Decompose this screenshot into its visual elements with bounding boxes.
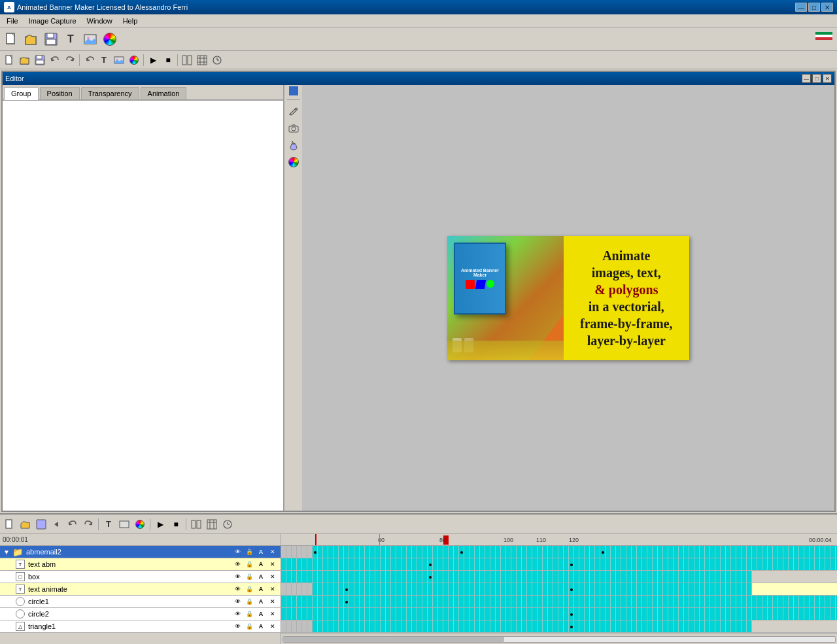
undo2-button[interactable] (48, 53, 62, 67)
image-button[interactable] (81, 30, 99, 48)
color-button[interactable] (101, 30, 119, 48)
tl-open-button[interactable] (18, 517, 33, 532)
anim-btn-text-animate[interactable]: A (256, 584, 266, 594)
pencil-tool[interactable] (286, 104, 301, 118)
del-btn-triangle1[interactable]: ✕ (267, 621, 278, 632)
del-btn-circle1[interactable]: ✕ (267, 596, 278, 607)
frame-cell (799, 546, 804, 558)
new-sm-button[interactable] (3, 53, 17, 67)
tl-new-button[interactable] (3, 517, 17, 532)
save-sm-button[interactable] (33, 53, 47, 67)
tl-prev-button[interactable] (50, 517, 64, 532)
anim-btn-abmemail2[interactable]: A (256, 547, 266, 557)
del-btn-text-animate[interactable]: ✕ (267, 584, 278, 594)
color-sm-button[interactable] (127, 53, 141, 67)
frame-cell (307, 596, 313, 608)
menu-image-capture[interactable]: Image Capture (24, 16, 82, 26)
save-button[interactable] (42, 30, 60, 48)
open-sm-button[interactable] (18, 53, 32, 67)
tl-color-button[interactable] (133, 517, 147, 532)
play-button[interactable]: ▶ (146, 53, 160, 67)
menu-file[interactable]: File (1, 16, 24, 26)
lock-btn-circle2[interactable]: 🔒 (244, 609, 254, 619)
lock-btn-circle1[interactable]: 🔒 (244, 596, 254, 607)
grid-button[interactable] (195, 53, 209, 67)
del-btn-circle2[interactable]: ✕ (267, 609, 278, 619)
layer-triangle1[interactable]: △ triangle1 👁 🔒 A ✕ (0, 620, 281, 633)
menu-help[interactable]: Help (118, 16, 143, 26)
vis-btn-circle1[interactable]: 👁 (232, 596, 243, 607)
tl-undo-button[interactable] (65, 517, 80, 532)
tab-group[interactable]: Group (4, 87, 39, 100)
expand-icon[interactable]: ▼ (3, 549, 10, 556)
lock-btn-text-abm[interactable]: 🔒 (244, 559, 254, 569)
vis-btn-box[interactable]: 👁 (232, 571, 243, 582)
frame-cell (564, 546, 569, 558)
tab-position[interactable]: Position (40, 87, 80, 99)
tl-film-button[interactable] (189, 517, 203, 532)
tl-stop-button[interactable]: ■ (169, 517, 183, 532)
tab-transparency[interactable]: Transparency (81, 87, 139, 99)
del-btn-box[interactable]: ✕ (267, 571, 278, 582)
bucket-tool[interactable] (286, 138, 301, 152)
vis-btn-abmemail2[interactable]: 👁 (232, 547, 243, 557)
frame-cell (433, 620, 438, 633)
tl-expand-button[interactable] (205, 517, 219, 532)
minimize-button[interactable]: — (795, 3, 807, 12)
clock-button[interactable] (210, 53, 224, 67)
lock-btn-box[interactable]: 🔒 (244, 571, 254, 582)
tab-animation[interactable]: Animation (141, 87, 187, 99)
tl-play-button[interactable]: ▶ (153, 517, 167, 532)
redo2-button[interactable] (63, 53, 77, 67)
tl-save-button[interactable] (34, 517, 48, 532)
menu-window[interactable]: Window (82, 16, 118, 26)
anim-btn-circle2[interactable]: A (256, 609, 266, 619)
anim-btn-box[interactable]: A (256, 571, 266, 582)
back-button[interactable] (82, 53, 96, 67)
layer-circle2[interactable]: circle2 👁 🔒 A ✕ (0, 608, 281, 620)
anim-btn-text-abm[interactable]: A (256, 559, 266, 569)
editor-close-btn[interactable]: ✕ (823, 74, 832, 83)
close-button[interactable]: ✕ (821, 3, 833, 12)
layer-circle1[interactable]: circle1 👁 🔒 A ✕ (0, 596, 281, 608)
stop-button[interactable]: ■ (161, 53, 175, 67)
del-btn-abmemail2[interactable]: ✕ (267, 547, 278, 557)
anim-btn-circle1[interactable]: A (256, 596, 266, 607)
vis-btn-text-animate[interactable]: 👁 (232, 584, 243, 594)
scrollbar-track[interactable] (282, 636, 836, 643)
frame-cell (313, 571, 318, 583)
frame-cell (412, 608, 417, 620)
maximize-button[interactable]: □ (808, 3, 820, 12)
frame-cell (401, 546, 407, 558)
new-button[interactable] (3, 30, 21, 48)
vis-btn-circle2[interactable]: 👁 (232, 609, 243, 619)
frame-cell (658, 558, 663, 571)
anim-btn-triangle1[interactable]: A (256, 621, 266, 632)
del-btn-text-abm[interactable]: ✕ (267, 559, 278, 569)
timeline-scrollbar[interactable] (281, 634, 837, 644)
layer-text-animate[interactable]: T text animate 👁 🔒 A ✕ (0, 583, 281, 596)
color-picker-icon[interactable] (103, 33, 116, 46)
text-button[interactable]: T (61, 30, 80, 48)
open-button[interactable] (22, 30, 41, 48)
tl-text-button[interactable]: T (101, 517, 116, 532)
tl-image-button[interactable] (117, 517, 131, 532)
lock-btn-triangle1[interactable]: 🔒 (244, 621, 254, 632)
frames-button[interactable] (180, 53, 194, 67)
lock-btn-abmemail2[interactable]: 🔒 (244, 547, 254, 557)
editor-restore-btn[interactable]: □ (812, 74, 821, 83)
text-sm-button[interactable]: T (97, 53, 111, 67)
color-wheel-tool[interactable] (286, 155, 301, 169)
scrollbar-thumb[interactable] (283, 637, 504, 642)
layer-text-abm[interactable]: T text abm 👁 🔒 A ✕ (0, 558, 281, 571)
tl-clock-button[interactable] (220, 517, 235, 532)
layer-box[interactable]: □ box 👁 🔒 A ✕ (0, 571, 281, 583)
lock-btn-text-animate[interactable]: 🔒 (244, 584, 254, 594)
layer-abmemail2[interactable]: ▼ 📁 abmemail2 👁 🔒 A ✕ (0, 546, 281, 558)
editor-minimize-btn[interactable]: — (802, 74, 811, 83)
tl-redo-button[interactable] (81, 517, 95, 532)
camera-tool[interactable] (286, 121, 301, 135)
vis-btn-triangle1[interactable]: 👁 (232, 621, 243, 632)
image-sm-button[interactable] (112, 53, 126, 67)
vis-btn-text-abm[interactable]: 👁 (232, 559, 243, 569)
